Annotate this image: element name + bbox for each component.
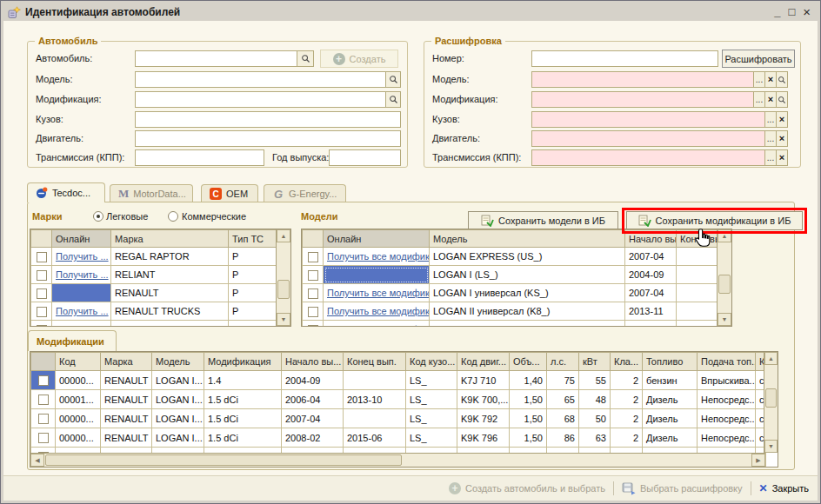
create-car-button[interactable]: + Создать xyxy=(320,50,398,68)
save-models-button[interactable]: Сохранить модели в ИБ xyxy=(468,211,618,230)
kw-cell[interactable]: 55 xyxy=(579,371,611,390)
end-cell[interactable] xyxy=(344,409,406,428)
decode-model-search-button[interactable] xyxy=(776,71,788,88)
row-checkbox[interactable] xyxy=(31,428,56,448)
code-cell[interactable]: 00000... xyxy=(56,428,101,448)
scroll-up-button[interactable]: ▲ xyxy=(718,229,731,242)
mods-vertical-scrollbar[interactable]: ▲ ▼ xyxy=(764,352,778,453)
decode-modification-input[interactable] xyxy=(531,91,754,108)
model-cell[interactable]: LOGAN EXPRESS (US_) xyxy=(430,248,625,266)
mods-header-fuel[interactable]: Топливо xyxy=(643,353,698,371)
mods-header-hp[interactable]: л.с. xyxy=(547,353,579,371)
transmission-input[interactable] xyxy=(135,149,264,166)
mods-header-checkbox[interactable] xyxy=(31,353,56,371)
volume-cell[interactable]: 1,50 xyxy=(510,409,547,428)
row-checkbox[interactable] xyxy=(303,284,324,302)
modification-search-button[interactable] xyxy=(385,91,401,108)
brand-cell[interactable]: RENAULT xyxy=(101,371,152,390)
decode-modification-clear-button[interactable]: × xyxy=(764,91,777,108)
type-cell[interactable]: P xyxy=(229,266,278,284)
code-cell[interactable]: 00000... xyxy=(56,371,101,390)
hp-cell[interactable]: 68 xyxy=(547,409,579,428)
model-cell[interactable]: LOGAN I... xyxy=(152,428,204,448)
model-cell[interactable]: LOGAN I... xyxy=(152,409,204,428)
row-checkbox[interactable] xyxy=(31,248,52,266)
models-header-end[interactable]: Конец вып. xyxy=(677,230,719,248)
decode-engine-input[interactable] xyxy=(531,130,765,147)
end-cell[interactable] xyxy=(677,302,719,321)
decode-transmission-ellipsis-button[interactable]: ... xyxy=(764,149,777,166)
brands-header-checkbox[interactable] xyxy=(31,230,52,248)
enginecode-cell[interactable]: K9K 700,... xyxy=(457,390,510,409)
modification-cell[interactable]: 1.4 xyxy=(204,371,282,390)
decode-modification-search-button[interactable] xyxy=(776,91,788,108)
scroll-thumb[interactable] xyxy=(765,388,777,408)
start-cell[interactable]: 2006-04 xyxy=(282,390,344,409)
supply-cell[interactable]: Впрыскива... xyxy=(698,371,756,390)
code-cell[interactable]: 00001... xyxy=(56,390,101,409)
select-decode-button[interactable]: Выбрать расшифровку xyxy=(622,482,743,495)
enginecode-cell[interactable]: K9K 796 xyxy=(457,428,510,448)
models-vertical-scrollbar[interactable]: ▲ ▼ xyxy=(717,229,731,326)
mods-header-end[interactable]: Конец вып. xyxy=(344,353,406,371)
scroll-thumb[interactable] xyxy=(45,454,402,466)
get-models-link-cell[interactable]: Получить ... xyxy=(52,321,111,328)
model-cell[interactable]: LOGAN II универсал (K8_) xyxy=(430,302,625,321)
brand-cell[interactable]: REGAL RAPTOR xyxy=(111,248,229,266)
models-header-model[interactable]: Модель xyxy=(430,230,625,248)
start-cell[interactable]: 2004-09 xyxy=(282,371,344,390)
close-dialog-button[interactable]: ✕ Закрыть xyxy=(759,482,809,494)
fuel-cell[interactable]: Дизель xyxy=(643,428,698,448)
row-checkbox[interactable] xyxy=(31,390,56,409)
row-checkbox[interactable] xyxy=(303,248,324,266)
row-checkbox[interactable] xyxy=(303,266,324,284)
mods-header-brand[interactable]: Марка xyxy=(101,353,152,371)
supply-cell[interactable]: Непосредс... xyxy=(698,428,756,448)
row-checkbox[interactable] xyxy=(31,266,52,284)
body-input[interactable] xyxy=(135,111,401,128)
volume-cell[interactable]: 1,50 xyxy=(510,390,547,409)
brands-vertical-scrollbar[interactable]: ▲ ▼ xyxy=(276,229,290,326)
car-search-button[interactable] xyxy=(297,50,314,67)
code-cell[interactable]: 00000... xyxy=(56,409,101,428)
models-header-online[interactable]: Онлайн xyxy=(324,230,430,248)
class-cell[interactable]: 2 xyxy=(611,390,643,409)
end-cell[interactable] xyxy=(344,371,406,390)
hp-cell[interactable]: 86 xyxy=(547,428,579,448)
type-cell[interactable]: P xyxy=(229,284,278,302)
decode-model-ellipsis-button[interactable]: ... xyxy=(753,71,765,88)
mods-header-bodycode[interactable]: Код кузо... xyxy=(406,353,457,371)
class-cell[interactable]: 2 xyxy=(611,371,643,390)
row-checkbox[interactable] xyxy=(31,321,52,328)
brand-cell[interactable]: RENAULT xyxy=(111,284,229,302)
modification-cell[interactable]: 1.5 dCi xyxy=(204,409,282,428)
end-cell[interactable] xyxy=(677,248,719,266)
brand-cell[interactable]: RELIANT xyxy=(111,266,229,284)
class-cell[interactable]: 2 xyxy=(611,428,643,448)
model-input[interactable] xyxy=(135,71,386,88)
decode-model-input[interactable] xyxy=(531,71,754,88)
decode-body-ellipsis-button[interactable]: ... xyxy=(764,111,777,128)
decode-body-input[interactable] xyxy=(531,111,765,128)
brand-cell[interactable]: RENAULT xyxy=(101,428,152,448)
start-cell[interactable]: 2007-04 xyxy=(282,409,344,428)
hp-cell[interactable]: 65 xyxy=(547,390,579,409)
get-models-link-cell[interactable]: Получить ... xyxy=(52,248,111,266)
tab-oem[interactable]: C OEM xyxy=(201,184,258,202)
minimize-button[interactable]: _ xyxy=(774,6,780,18)
tab-modifications[interactable]: Модификации xyxy=(28,330,117,351)
brand-cell[interactable]: RENAULT xyxy=(101,390,152,409)
year-input[interactable] xyxy=(329,149,401,166)
decode-engine-ellipsis-button[interactable]: ... xyxy=(764,130,777,147)
fuel-cell[interactable]: Дизель xyxy=(643,409,698,428)
mods-header-modification[interactable]: Модификация xyxy=(204,353,282,371)
kw-cell[interactable]: 50 xyxy=(579,409,611,428)
models-header-start[interactable]: Начало вы... xyxy=(625,230,677,248)
mods-header-start[interactable]: Начало вы... xyxy=(282,353,344,371)
type-cell[interactable]: P xyxy=(229,248,278,266)
mods-header-model[interactable]: Модель xyxy=(152,353,204,371)
tab-motordata[interactable]: M MotorData... xyxy=(110,184,193,202)
mods-header-class[interactable]: Кла... xyxy=(611,353,643,371)
enginecode-cell[interactable]: K7J 710 xyxy=(457,371,510,390)
model-cell[interactable]: LOGAN/STEPWAY II (L8_) xyxy=(430,321,625,328)
